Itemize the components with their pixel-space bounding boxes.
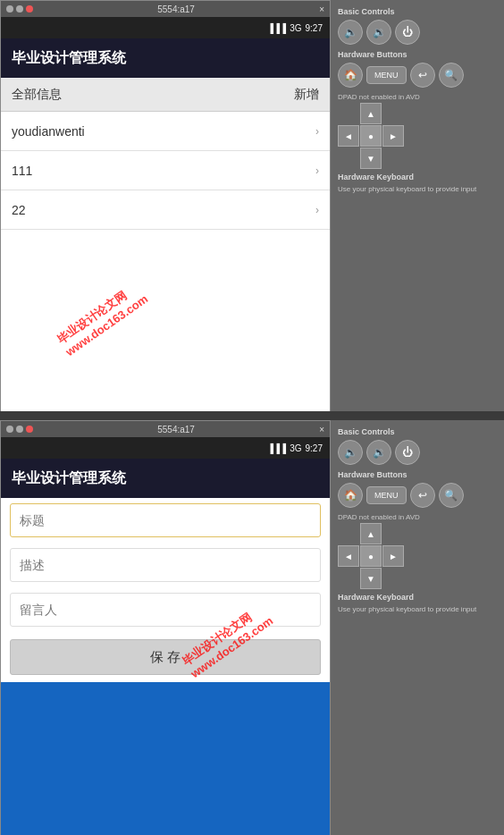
search-button[interactable]: 🔍 xyxy=(439,63,464,88)
close-button[interactable] xyxy=(26,5,33,13)
dpad-up-button[interactable]: ▲ xyxy=(360,103,382,124)
window-controls[interactable] xyxy=(6,5,33,13)
bottom-window-controls[interactable] xyxy=(6,426,33,433)
bottom-dpad-center-button[interactable]: ● xyxy=(360,545,382,567)
dpad-empty xyxy=(382,103,404,124)
list-item-text: youdianwenti xyxy=(12,124,85,139)
bottom-minimize-button[interactable] xyxy=(6,426,13,433)
bottom-dpad-empty xyxy=(338,523,359,544)
bottom-search-button[interactable]: 🔍 xyxy=(439,483,464,508)
dpad-empty xyxy=(338,148,359,169)
signal-icon: ▐▐▐ xyxy=(267,23,286,33)
list-item-text: 111 xyxy=(12,164,32,178)
arrow-icon: › xyxy=(315,125,319,138)
basic-controls-label: Basic Controls xyxy=(338,7,497,16)
list-container: youdianwenti › 111 › 22 › xyxy=(1,112,330,230)
menu-button[interactable]: MENU xyxy=(366,66,407,84)
top-controls-panel: Basic Controls 🔈 🔉 ⏻ Hardware Buttons 🏠 … xyxy=(331,0,504,411)
all-info-label: 全部信息 xyxy=(12,87,62,103)
keyboard-label: Hardware Keyboard xyxy=(338,173,497,181)
dpad-right-button[interactable]: ► xyxy=(382,125,404,147)
window-gap xyxy=(0,411,504,420)
bottom-status-bar: ▐▐▐ 3G 9:27 xyxy=(1,437,330,459)
top-app-header: 毕业设计管理系统 xyxy=(1,38,330,78)
bottom-volume-down-button[interactable]: 🔈 xyxy=(338,440,363,465)
dpad-empty xyxy=(382,148,404,169)
bottom-back-button[interactable]: ↩ xyxy=(410,483,435,508)
bottom-close-button[interactable] xyxy=(26,426,33,433)
bottom-dpad-empty xyxy=(382,523,404,544)
bottom-hardware-buttons-label: Hardware Buttons xyxy=(338,470,497,479)
bottom-dpad-right-button[interactable]: ► xyxy=(382,545,404,567)
dpad-down-button[interactable]: ▼ xyxy=(360,148,382,169)
bottom-dpad-left-button[interactable]: ◄ xyxy=(338,545,359,567)
close-icon[interactable]: × xyxy=(319,4,324,14)
top-toolbar: 全部信息 新增 xyxy=(1,78,330,112)
power-button[interactable]: ⏻ xyxy=(395,20,420,45)
desc-field-container[interactable] xyxy=(10,548,321,582)
network-type: 3G xyxy=(290,23,301,33)
dpad-empty xyxy=(338,103,359,124)
top-app-title: 毕业设计管理系统 xyxy=(12,49,126,68)
desc-input[interactable] xyxy=(20,558,311,572)
dpad-note: DPAD not enabled in AVD xyxy=(338,93,497,101)
bottom-dpad-up-button[interactable]: ▲ xyxy=(360,523,382,544)
bottom-close-icon[interactable]: × xyxy=(319,425,324,434)
dpad-left-button[interactable]: ◄ xyxy=(338,125,359,147)
volume-down-button[interactable]: 🔈 xyxy=(338,20,363,45)
list-item-text: 22 xyxy=(12,203,26,217)
bottom-volume-controls: 🔈 🔉 ⏻ xyxy=(338,440,497,465)
bottom-controls-panel: Basic Controls 🔈 🔉 ⏻ Hardware Buttons 🏠 … xyxy=(331,420,504,835)
dpad-center-button[interactable]: ● xyxy=(360,125,382,147)
bottom-dpad-down-button[interactable]: ▼ xyxy=(360,568,382,589)
title-input[interactable] xyxy=(20,513,311,527)
add-button[interactable]: 新增 xyxy=(294,87,319,103)
bottom-volume-up-button[interactable]: 🔉 xyxy=(366,440,391,465)
bottom-titlebar: 5554:a17 × xyxy=(1,421,330,437)
bottom-emulator-window: 5554:a17 × ▐▐▐ 3G 9:27 毕业设计管理系统 保 存 xyxy=(0,420,331,835)
hardware-buttons-label: Hardware Buttons xyxy=(338,50,497,59)
bottom-time-display: 9:27 xyxy=(306,443,323,453)
bottom-home-button[interactable]: 🏠 xyxy=(338,483,363,508)
bottom-power-button[interactable]: ⏻ xyxy=(395,440,420,465)
bottom-app-title: 毕业设计管理系统 xyxy=(12,469,126,488)
bottom-dpad: ▲ ◄ ● ► ▼ xyxy=(338,523,497,589)
bottom-dpad-empty xyxy=(338,568,359,589)
minimize-button[interactable] xyxy=(6,5,13,13)
window-title: 5554:a17 xyxy=(157,4,195,14)
save-button[interactable]: 保 存 xyxy=(10,639,321,675)
author-field-container[interactable] xyxy=(10,593,321,627)
keyboard-desc: Use your physical keyboard to provide in… xyxy=(338,185,497,193)
title-field-container[interactable] xyxy=(10,503,321,537)
bottom-nav-buttons: 🏠 MENU ↩ 🔍 xyxy=(338,483,497,508)
list-item[interactable]: 22 › xyxy=(1,190,330,230)
list-item[interactable]: 111 › xyxy=(1,151,330,190)
bottom-menu-button[interactable]: MENU xyxy=(366,486,407,504)
top-titlebar: 5554:a17 × xyxy=(1,1,330,17)
top-status-bar: ▐▐▐ 3G 9:27 xyxy=(1,17,330,38)
arrow-icon: › xyxy=(315,204,319,216)
bottom-dpad-note: DPAD not enabled in AVD xyxy=(338,513,497,521)
time-display: 9:27 xyxy=(306,23,323,33)
bottom-signal-icon: ▐▐▐ xyxy=(267,443,286,453)
bottom-app-header: 毕业设计管理系统 xyxy=(1,459,330,498)
maximize-button[interactable] xyxy=(16,5,23,13)
list-item[interactable]: youdianwenti › xyxy=(1,112,330,151)
bottom-keyboard-desc: Use your physical keyboard to provide in… xyxy=(338,605,497,613)
top-emulator-window: 5554:a17 × ▐▐▐ 3G 9:27 毕业设计管理系统 全部信息 新增 … xyxy=(0,0,331,411)
bottom-network-type: 3G xyxy=(290,443,301,453)
home-button[interactable]: 🏠 xyxy=(338,63,363,88)
bottom-keyboard-label: Hardware Keyboard xyxy=(338,593,497,602)
author-input[interactable] xyxy=(20,603,311,617)
bottom-maximize-button[interactable] xyxy=(16,426,23,433)
form-content: 保 存 xyxy=(1,498,330,835)
bottom-phone-screen: ▐▐▐ 3G 9:27 毕业设计管理系统 保 存 xyxy=(1,437,330,835)
blue-background-area xyxy=(1,682,330,835)
bottom-basic-controls-label: Basic Controls xyxy=(338,427,497,436)
bottom-window-title: 5554:a17 xyxy=(157,425,195,434)
volume-up-button[interactable]: 🔉 xyxy=(366,20,391,45)
nav-buttons: 🏠 MENU ↩ 🔍 xyxy=(338,63,497,88)
arrow-icon: › xyxy=(315,164,319,177)
bottom-dpad-empty xyxy=(382,568,404,589)
back-button[interactable]: ↩ xyxy=(410,63,435,88)
